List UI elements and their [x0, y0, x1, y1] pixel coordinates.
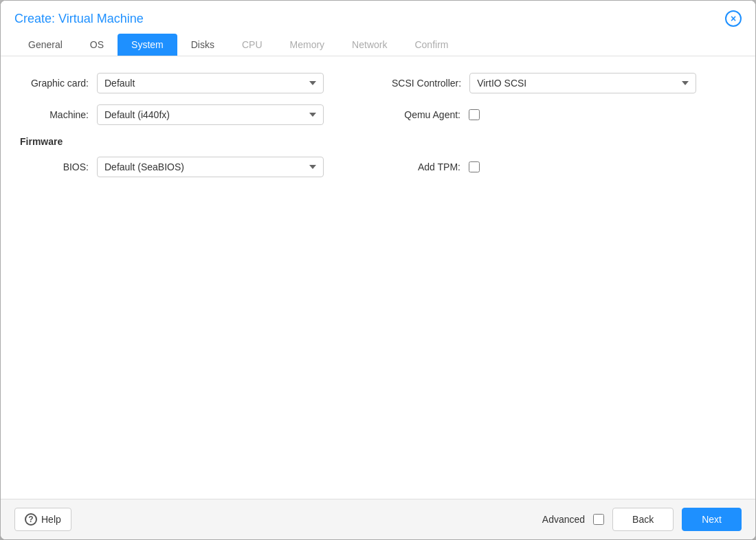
qemu-agent-checkbox[interactable] [469, 109, 480, 120]
help-icon: ? [25, 513, 37, 526]
tab-cpu: CPU [228, 34, 276, 56]
dialog-footer: ? Help Advanced Back Next [1, 499, 755, 539]
title-bar: Create: Virtual Machine × General OS Sys… [1, 1, 755, 56]
tab-os[interactable]: OS [76, 34, 118, 56]
form-content: Graphic card: Default VirtIO-GPU VMware … [1, 56, 755, 499]
machine-select-wrapper: Default (i440fx) q35 [97, 104, 324, 125]
tab-disks[interactable]: Disks [177, 34, 228, 56]
footer-left: ? Help [14, 508, 71, 531]
firmware-section-title: Firmware [20, 136, 736, 147]
tab-memory: Memory [276, 34, 339, 56]
add-tpm-checkbox[interactable] [469, 161, 480, 172]
footer-right: Advanced Back Next [542, 508, 742, 531]
graphic-card-group: Graphic card: Default VirtIO-GPU VMware … [20, 73, 364, 93]
machine-qemu-row: Machine: Default (i440fx) q35 Qemu Agent… [20, 104, 736, 125]
close-button[interactable]: × [725, 10, 742, 27]
tab-confirm: Confirm [401, 34, 462, 56]
qemu-agent-group: Qemu Agent: [392, 109, 736, 120]
bios-select-wrapper: Default (SeaBIOS) OVMF (UEFI) [97, 157, 324, 177]
bios-tpm-row: BIOS: Default (SeaBIOS) OVMF (UEFI) Add … [20, 157, 736, 177]
help-label: Help [41, 514, 61, 525]
create-vm-dialog: Create: Virtual Machine × General OS Sys… [0, 0, 756, 540]
scsi-controller-label: SCSI Controller: [392, 78, 461, 89]
next-button[interactable]: Next [682, 508, 742, 531]
qemu-agent-label: Qemu Agent: [392, 109, 460, 120]
machine-select[interactable]: Default (i440fx) q35 [97, 104, 324, 125]
bios-label: BIOS: [20, 161, 89, 172]
machine-label: Machine: [20, 109, 89, 120]
graphic-card-select[interactable]: Default VirtIO-GPU VMware compatible SPI… [97, 73, 324, 93]
graphic-scsi-row: Graphic card: Default VirtIO-GPU VMware … [20, 73, 736, 93]
tab-network: Network [338, 34, 401, 56]
graphic-card-label: Graphic card: [20, 78, 89, 89]
add-tpm-checkbox-container [469, 161, 480, 172]
advanced-checkbox[interactable] [593, 514, 604, 525]
scsi-controller-select-wrapper: VirtIO SCSI LSI 53C895A MegaRAID SAS 870… [469, 73, 696, 93]
tab-general[interactable]: General [14, 34, 76, 56]
scsi-controller-group: SCSI Controller: VirtIO SCSI LSI 53C895A… [392, 73, 736, 93]
tab-bar: General OS System Disks CPU Memory Netwo… [14, 34, 742, 56]
add-tpm-group: Add TPM: [392, 161, 736, 172]
qemu-agent-checkbox-container [469, 109, 480, 120]
graphic-card-select-wrapper: Default VirtIO-GPU VMware compatible SPI… [97, 73, 324, 93]
advanced-label: Advanced [542, 514, 585, 525]
tab-system[interactable]: System [118, 34, 177, 56]
bios-select[interactable]: Default (SeaBIOS) OVMF (UEFI) [97, 157, 324, 177]
bios-group: BIOS: Default (SeaBIOS) OVMF (UEFI) [20, 157, 364, 177]
machine-group: Machine: Default (i440fx) q35 [20, 104, 364, 125]
help-button[interactable]: ? Help [14, 508, 71, 531]
scsi-controller-select[interactable]: VirtIO SCSI LSI 53C895A MegaRAID SAS 870… [469, 73, 696, 93]
dialog-title: Create: Virtual Machine [14, 12, 144, 26]
back-button[interactable]: Back [612, 508, 674, 531]
add-tpm-label: Add TPM: [392, 161, 460, 172]
